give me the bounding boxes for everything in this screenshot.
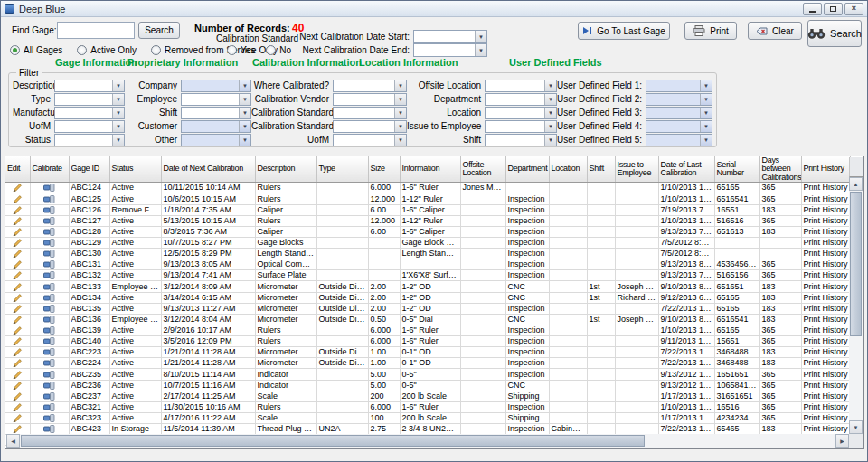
column-header-date-of-next-calibration[interactable]: Date of Next Calibration <box>161 156 255 183</box>
maximize-button[interactable] <box>824 3 843 15</box>
date-start-combo[interactable]: ▼ <box>413 30 487 43</box>
calibrate-icon[interactable] <box>43 183 55 193</box>
chevron-down-icon[interactable]: ▼ <box>239 108 250 118</box>
edit-pencil-icon[interactable] <box>13 293 23 303</box>
calibrate-icon[interactable] <box>43 194 55 204</box>
minimize-button[interactable] <box>803 3 822 15</box>
column-header-days-between-calibrations[interactable]: Days between Calibrations <box>760 156 801 183</box>
chevron-down-icon[interactable]: ▼ <box>544 108 556 118</box>
filter-combo-calibration-standard[interactable]: ▼ <box>333 120 407 133</box>
print-history-link[interactable]: Print History <box>801 193 850 204</box>
column-header-size[interactable]: Size <box>368 156 400 183</box>
filter-combo-user-defined-field-2[interactable]: ▼ <box>646 93 712 106</box>
column-header-location[interactable]: Location <box>549 156 587 183</box>
column-header-information[interactable]: Information <box>400 156 460 183</box>
edit-pencil-icon[interactable] <box>13 402 23 412</box>
filter-combo-customer[interactable]: ▼ <box>181 120 251 133</box>
title-bar[interactable]: Deep Blue × <box>1 1 867 17</box>
chevron-down-icon[interactable]: ▼ <box>239 121 250 132</box>
filter-combo-where-calibrated[interactable]: ▼ <box>333 80 407 92</box>
edit-pencil-icon[interactable] <box>13 358 23 368</box>
filter-combo-type[interactable]: ▼ <box>54 93 125 106</box>
chevron-down-icon[interactable]: ▼ <box>544 94 556 105</box>
column-header-gage-id[interactable]: Gage ID <box>69 156 109 183</box>
print-history-link[interactable]: Print History <box>801 249 850 259</box>
chevron-down-icon[interactable]: ▼ <box>544 135 556 146</box>
vertical-scroll-thumb[interactable] <box>850 192 862 336</box>
chevron-down-icon[interactable]: ▼ <box>239 135 250 146</box>
chevron-down-icon[interactable]: ▼ <box>700 135 712 146</box>
edit-pencil-icon[interactable] <box>13 304 23 314</box>
chevron-down-icon[interactable]: ▼ <box>475 44 486 56</box>
filter-combo-location[interactable]: ▼ <box>485 107 557 119</box>
filter-combo-uofm[interactable]: ▼ <box>333 134 407 146</box>
filter-combo-calibration-vendor[interactable]: ▼ <box>333 93 407 106</box>
print-history-link[interactable]: Print History <box>801 204 850 215</box>
filter-combo-user-defined-field-1[interactable]: ▼ <box>646 80 712 92</box>
chevron-down-icon[interactable]: ▼ <box>394 108 406 118</box>
column-header-shift[interactable]: Shift <box>587 156 615 183</box>
print-history-link[interactable]: Print History <box>801 347 850 358</box>
calibrate-icon[interactable] <box>43 424 55 434</box>
edit-pencil-icon[interactable] <box>13 370 23 380</box>
edit-pencil-icon[interactable] <box>13 238 23 248</box>
edit-pencil-icon[interactable] <box>13 259 23 269</box>
edit-pencil-icon[interactable] <box>13 391 23 401</box>
column-header-date-of-last-calibration[interactable]: Date of Last Calibration <box>658 156 714 183</box>
column-header-status[interactable]: Status <box>109 156 161 183</box>
column-header-calibrate[interactable]: Calibrate <box>30 156 69 183</box>
edit-pencil-icon[interactable] <box>13 347 23 357</box>
print-button[interactable]: Print <box>684 22 737 40</box>
filter-combo-shift[interactable]: ▼ <box>485 134 557 146</box>
calibrate-icon[interactable] <box>43 391 55 401</box>
print-history-link[interactable]: Print History <box>801 215 850 226</box>
calibrate-icon[interactable] <box>43 270 55 280</box>
chevron-down-icon[interactable]: ▼ <box>112 135 124 146</box>
print-history-link[interactable]: Print History <box>801 401 850 412</box>
edit-pencil-icon[interactable] <box>13 424 23 434</box>
print-history-link[interactable]: Print History <box>801 281 850 292</box>
edit-pencil-icon[interactable] <box>13 216 23 226</box>
chevron-down-icon[interactable]: ▼ <box>112 108 124 118</box>
chevron-down-icon[interactable]: ▼ <box>700 80 712 91</box>
filter-combo-description[interactable]: ▼ <box>54 80 125 92</box>
column-header-department[interactable]: Department <box>505 156 549 183</box>
edit-pencil-icon[interactable] <box>13 325 23 335</box>
calibrate-icon[interactable] <box>43 413 55 423</box>
calibrate-icon[interactable] <box>43 216 55 226</box>
filter-combo-user-defined-field-5[interactable]: ▼ <box>646 134 712 146</box>
filter-combo-department[interactable]: ▼ <box>485 93 557 106</box>
radio-all-gages[interactable]: All Gages <box>10 45 62 55</box>
column-header-issue-to-employee[interactable]: Issue to Employee <box>615 156 658 183</box>
vertical-scrollbar[interactable]: ▲ ▼ <box>849 177 863 434</box>
scroll-left-icon[interactable]: ◀ <box>6 434 20 448</box>
print-history-link[interactable]: Print History <box>801 183 850 193</box>
close-button[interactable]: × <box>844 3 863 15</box>
scroll-down-icon[interactable]: ▼ <box>849 420 863 434</box>
print-history-link[interactable]: Print History <box>801 259 850 270</box>
chevron-down-icon[interactable]: ▼ <box>239 80 250 91</box>
filter-combo-status[interactable]: ▼ <box>54 134 125 146</box>
filter-combo-manufacturer[interactable]: ▼ <box>54 107 125 119</box>
calibrate-icon[interactable] <box>43 282 55 292</box>
column-header-offsite-location[interactable]: Offsite Location <box>460 156 505 183</box>
chevron-down-icon[interactable]: ▼ <box>700 121 712 132</box>
calibrate-icon[interactable] <box>43 238 55 248</box>
chevron-down-icon[interactable]: ▼ <box>700 108 712 118</box>
edit-pencil-icon[interactable] <box>13 381 23 391</box>
chevron-down-icon[interactable]: ▼ <box>475 31 486 42</box>
edit-pencil-icon[interactable] <box>13 413 23 423</box>
print-history-link[interactable]: Print History <box>801 391 850 401</box>
chevron-down-icon[interactable]: ▼ <box>239 94 250 105</box>
calibrate-icon[interactable] <box>43 358 55 368</box>
chevron-down-icon[interactable]: ▼ <box>394 94 406 105</box>
print-history-link[interactable]: Print History <box>801 424 850 435</box>
go-to-last-gage-button[interactable]: Go To Last Gage <box>578 22 670 40</box>
filter-combo-other[interactable]: ▼ <box>181 134 251 146</box>
calibrate-icon[interactable] <box>43 381 55 391</box>
calibrate-icon[interactable] <box>43 347 55 357</box>
filter-combo-issue-to-employee[interactable]: ▼ <box>485 120 557 133</box>
column-header-edit[interactable]: Edit <box>5 156 30 183</box>
filter-combo-calibration-standard[interactable]: ▼ <box>333 107 407 119</box>
chevron-down-icon[interactable]: ▼ <box>394 135 406 146</box>
